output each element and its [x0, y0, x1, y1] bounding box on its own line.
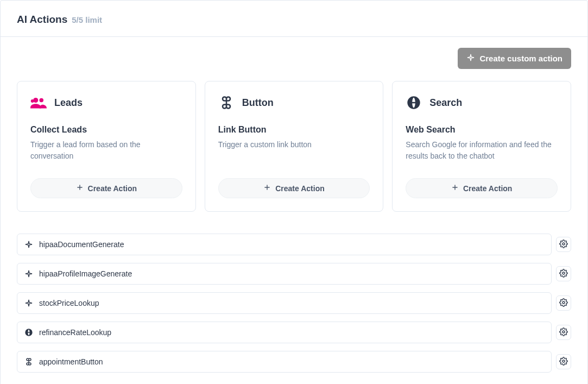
create-action-label: Create Action: [463, 184, 513, 193]
page-header: AI Actions 5/5 limit: [1, 1, 587, 37]
card-title: Collect Leads: [30, 125, 182, 135]
action-item-name: stockPriceLookup: [39, 299, 99, 307]
sparkle-icon: [24, 240, 34, 249]
card-title: Web Search: [406, 125, 558, 135]
card-category: Button: [242, 97, 274, 109]
svg-point-12: [562, 331, 565, 333]
card-search: Search Web Search Search Google for info…: [392, 81, 571, 212]
create-action-button[interactable]: Create Action: [406, 178, 558, 198]
create-action-button[interactable]: Create Action: [30, 178, 182, 198]
action-item[interactable]: appointmentButton: [17, 351, 552, 373]
action-item[interactable]: refinanceRateLookup: [17, 322, 552, 343]
sparkle-icon: [24, 298, 34, 308]
create-action-label: Create Action: [88, 184, 137, 193]
action-item[interactable]: stockPriceLookup: [17, 292, 552, 314]
top-actions: Create custom action: [17, 48, 571, 69]
content-area: Create custom action Leads: [1, 37, 587, 384]
card-description: Trigger a lead form based on the convers…: [30, 139, 182, 162]
svg-point-13: [562, 360, 565, 362]
svg-point-11: [562, 301, 565, 304]
card-header: Button: [218, 95, 370, 111]
settings-button[interactable]: [556, 237, 571, 252]
action-item[interactable]: hipaaProfileImageGenerate: [17, 263, 552, 285]
action-row: hipaaProfileImageGenerate: [17, 263, 571, 285]
command-icon: [24, 357, 34, 367]
card-header: Leads: [30, 95, 182, 111]
command-icon: [218, 95, 235, 111]
cards-grid: Leads Collect Leads Trigger a lead form …: [17, 81, 571, 212]
card-category: Search: [429, 97, 462, 109]
svg-point-10: [562, 272, 565, 274]
create-custom-action-label: Create custom action: [479, 54, 562, 63]
settings-button[interactable]: [556, 266, 571, 281]
create-action-label: Create Action: [275, 184, 325, 193]
users-icon: [30, 95, 47, 111]
gear-icon: [559, 240, 568, 250]
plus-icon: [263, 184, 271, 193]
sparkle-icon: [24, 269, 34, 279]
action-row: refinanceRateLookup: [17, 322, 571, 343]
action-row: hipaaDocumentGenerate: [17, 234, 571, 255]
create-action-button[interactable]: Create Action: [218, 178, 370, 198]
page-title: AI Actions: [17, 14, 67, 26]
action-item-name: hipaaProfileImageGenerate: [39, 269, 132, 278]
limit-badge: 5/5 limit: [72, 15, 102, 24]
action-row: stockPriceLookup: [17, 292, 571, 314]
gear-icon: [559, 328, 568, 338]
gear-icon: [559, 269, 568, 279]
svg-point-1: [40, 98, 44, 103]
card-description: Search Google for information and feed t…: [406, 139, 558, 162]
action-item-name: hipaaDocumentGenerate: [39, 240, 124, 249]
gear-icon: [559, 298, 568, 309]
action-item-name: appointmentButton: [39, 357, 103, 366]
globe-icon: [406, 95, 422, 111]
page-container: AI Actions 5/5 limit Create custom actio…: [0, 0, 588, 384]
actions-list: hipaaDocumentGenerate hipaaProfileImageG…: [17, 234, 571, 373]
plus-icon: [451, 184, 459, 193]
settings-button[interactable]: [556, 354, 571, 369]
globe-icon: [24, 328, 34, 337]
card-button: Button Link Button Trigger a custom link…: [205, 81, 384, 212]
sparkle-icon: [466, 53, 475, 64]
create-custom-action-button[interactable]: Create custom action: [458, 48, 571, 69]
action-item[interactable]: hipaaDocumentGenerate: [17, 234, 552, 255]
action-row: appointmentButton: [17, 351, 571, 373]
card-header: Search: [406, 95, 558, 111]
card-leads: Leads Collect Leads Trigger a lead form …: [17, 81, 196, 212]
settings-button[interactable]: [556, 295, 571, 311]
plus-icon: [76, 184, 84, 193]
card-description: Trigger a custom link button: [218, 139, 370, 162]
svg-point-9: [562, 243, 565, 245]
action-item-name: refinanceRateLookup: [39, 328, 111, 337]
card-category: Leads: [54, 97, 83, 109]
gear-icon: [559, 357, 568, 367]
settings-button[interactable]: [556, 325, 571, 340]
svg-point-2: [31, 99, 34, 103]
card-title: Link Button: [218, 125, 370, 135]
svg-point-0: [33, 98, 38, 103]
